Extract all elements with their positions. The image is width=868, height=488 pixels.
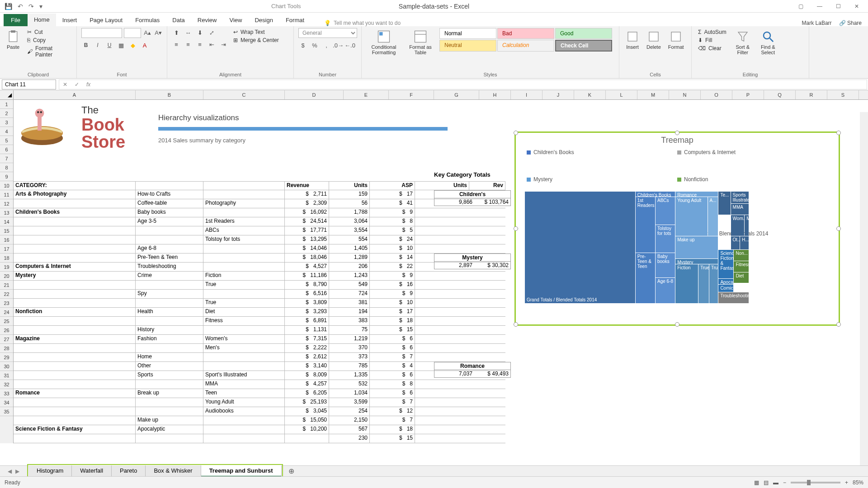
treemap-block[interactable]: Mystery — [675, 259, 718, 264]
cell-style-bad[interactable]: Bad — [497, 28, 554, 39]
horizontal-scrollbar[interactable] — [524, 468, 859, 476]
treemap-block[interactable]: True — [709, 264, 718, 303]
row-header[interactable]: 20 — [0, 272, 13, 281]
sheet-tab-box-whisker[interactable]: Box & Whisker — [146, 465, 201, 477]
zoom-slider[interactable] — [791, 482, 840, 483]
wrap-text-button[interactable]: ↩Wrap Text — [231, 28, 281, 36]
cut-button[interactable]: ✂Cut — [25, 28, 72, 36]
resize-handle[interactable] — [675, 131, 679, 135]
comma-icon[interactable]: , — [322, 41, 331, 50]
legend-item[interactable]: Mystery — [527, 175, 677, 184]
legend-item[interactable]: Nonfiction — [677, 175, 828, 184]
row-header[interactable]: 5 — [0, 136, 13, 145]
row-header[interactable]: 6 — [0, 145, 13, 154]
conditional-formatting-button[interactable]: Conditional Formatting — [366, 28, 401, 57]
resize-handle[interactable] — [836, 226, 841, 231]
row-header[interactable]: 16 — [0, 235, 13, 244]
vertical-scrollbar[interactable] — [860, 112, 868, 465]
cell-style-neutral[interactable]: Neutral — [439, 40, 496, 52]
column-header[interactable]: R — [796, 90, 827, 99]
treemap-block[interactable]: Comics — [718, 285, 733, 292]
zoom-level[interactable]: 85% — [853, 479, 863, 486]
column-header[interactable]: A — [14, 90, 136, 99]
legend-item[interactable]: Computers & Internet — [677, 148, 828, 157]
format-as-table-button[interactable]: Format as Table — [405, 28, 436, 57]
close-icon[interactable]: ✕ — [854, 3, 859, 9]
formula-input[interactable]: ✕ ✓ fx — [59, 80, 867, 89]
treemap-block[interactable]: Troubleshooting — [718, 292, 749, 303]
treemap-block[interactable]: Apocal... — [718, 279, 733, 284]
undo-icon[interactable]: ↶ — [18, 3, 23, 10]
cancel-formula-icon[interactable]: ✕ — [63, 81, 67, 88]
cell-style-check-cell[interactable]: Check Cell — [555, 40, 612, 52]
row-header[interactable]: 17 — [0, 244, 13, 253]
column-header[interactable]: H — [479, 90, 511, 99]
sheet-tab-waterfall[interactable]: Waterfall — [72, 465, 112, 477]
indent-dec-icon[interactable]: ⇤ — [207, 40, 216, 49]
row-header[interactable]: 22 — [0, 290, 13, 299]
treemap-block[interactable]: Ot... — [731, 236, 740, 249]
border-button[interactable]: ▦ — [117, 41, 126, 50]
row-header[interactable]: 33 — [0, 389, 13, 398]
treemap-block[interactable]: Romance — [675, 192, 718, 197]
zoom-out-icon[interactable]: − — [783, 479, 786, 486]
row-header[interactable]: 11 — [0, 190, 13, 199]
tab-format[interactable]: Format — [279, 14, 311, 26]
orientation-icon[interactable]: ⤢ — [207, 28, 216, 37]
column-header[interactable]: C — [203, 90, 285, 99]
tab-insert[interactable]: Insert — [56, 14, 84, 26]
treemap-block[interactable]: 1st Readers — [636, 197, 655, 253]
treemap-block[interactable]: M... — [745, 215, 749, 236]
share-button[interactable]: 🔗 Share — [839, 20, 862, 26]
column-header[interactable]: D — [285, 90, 344, 99]
treemap-block[interactable]: Make up — [675, 236, 718, 258]
column-header[interactable]: N — [669, 90, 701, 99]
tab-view[interactable]: View — [223, 14, 248, 26]
legend-item[interactable]: Children's Books — [527, 148, 677, 157]
tab-design[interactable]: Design — [248, 14, 279, 26]
currency-icon[interactable]: $ — [298, 41, 307, 50]
resize-handle[interactable] — [836, 322, 841, 327]
new-sheet-button[interactable]: ⊕ — [283, 467, 300, 475]
tell-me[interactable]: 💡Tell me what you want to do — [324, 20, 401, 26]
tab-data[interactable]: Data — [166, 14, 191, 26]
align-middle-icon[interactable]: ↔ — [184, 28, 193, 37]
customize-icon[interactable]: ▾ — [39, 3, 42, 10]
row-header[interactable]: 25 — [0, 317, 13, 326]
maximize-icon[interactable]: ☐ — [836, 3, 841, 9]
treemap-block[interactable]: MMA — [731, 204, 749, 215]
user-name[interactable]: Mark LaBarr — [802, 20, 832, 26]
align-left-icon[interactable]: ≡ — [172, 40, 181, 49]
fx-icon[interactable]: fx — [86, 81, 90, 88]
font-combo[interactable] — [81, 28, 122, 38]
delete-cells-button[interactable]: Delete — [645, 28, 663, 52]
insert-cells-button[interactable]: Insert — [624, 28, 641, 52]
increase-font-icon[interactable]: A▴ — [143, 28, 152, 37]
dec-decimal-icon[interactable]: ←.0 — [345, 41, 354, 50]
ribbon-display-icon[interactable]: ▢ — [798, 3, 803, 9]
column-header[interactable]: Q — [764, 90, 796, 99]
resize-handle[interactable] — [514, 131, 518, 135]
treemap-block[interactable]: Children's Books — [636, 192, 675, 197]
row-header[interactable]: 18 — [0, 253, 13, 263]
format-painter-button[interactable]: 🖌Format Painter — [25, 44, 72, 59]
fill-color-button[interactable]: ◆ — [128, 41, 137, 50]
name-box[interactable] — [2, 80, 56, 89]
treemap-block[interactable]: Science Fiction & Fantasy — [718, 250, 733, 278]
column-header[interactable]: E — [344, 90, 389, 99]
tab-page-layout[interactable]: Page Layout — [83, 14, 129, 26]
indent-inc-icon[interactable]: ⇥ — [219, 40, 228, 49]
select-all-corner[interactable]: ◢ — [0, 90, 14, 99]
save-icon[interactable]: 💾 — [5, 3, 12, 10]
treemap-block[interactable]: ABCs — [656, 197, 675, 225]
number-format-combo[interactable]: General — [298, 28, 357, 38]
autosum-button[interactable]: ΣAutoSum — [696, 28, 728, 36]
tab-formulas[interactable]: Formulas — [129, 14, 166, 26]
column-header[interactable]: M — [637, 90, 669, 99]
row-header[interactable]: 2 — [0, 109, 13, 118]
size-combo[interactable] — [124, 28, 141, 38]
resize-handle[interactable] — [675, 322, 679, 327]
treemap-block[interactable]: Fitness — [734, 261, 749, 272]
treemap-block[interactable]: Tolstoy for tots — [656, 225, 675, 253]
row-header[interactable]: 12 — [0, 199, 13, 208]
